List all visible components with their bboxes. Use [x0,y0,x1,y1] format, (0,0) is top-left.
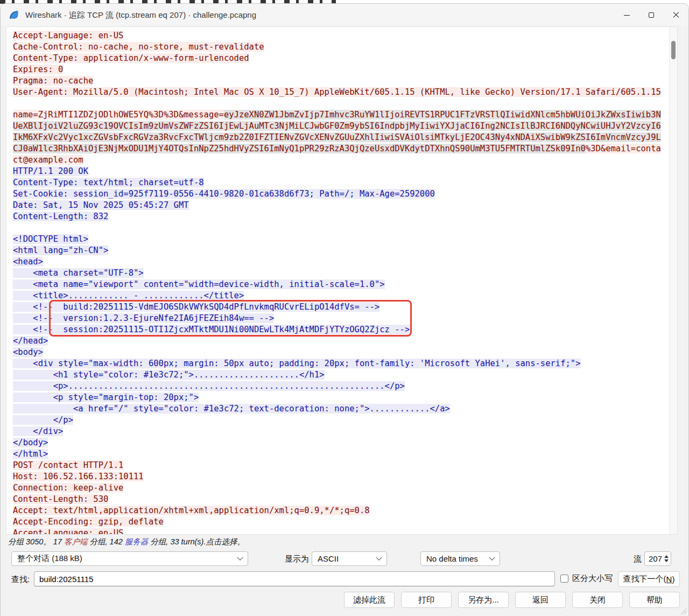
spinner-down-icon[interactable] [664,559,669,562]
stream-line: </head> [13,335,669,347]
stream-stats-hint[interactable]: 分组 3050。 17 客户端 分组, 142 服务器 分组, 33 turn(… [8,537,245,547]
stream-line: <!DOCTYPE html> [13,234,669,245]
stream-line: Accept-Language: en-US [13,528,669,534]
stream-number-value: 207 [645,554,662,563]
hint-mid: 分组, 142 [87,537,124,546]
find-input[interactable] [34,571,555,586]
minimize-icon [624,15,630,16]
hint-suffix: 分组, 33 turn(s).点击选择。 [148,537,245,546]
stream-line: POST /contact HTTP/1.1 [13,460,669,471]
stream-line: <title>............ - ............</titl… [13,290,669,302]
stream-line: <p>.....................................… [13,381,669,392]
stream-line: ct@example.com [13,155,669,166]
stream-line: Set-Cookie: session_id=925f7119-0556-441… [13,188,669,200]
save-as-button[interactable]: 另存为... [458,592,509,608]
hint-prefix: 分组 3050。 17 [8,537,64,546]
minimize-button[interactable] [614,4,639,26]
print-button[interactable]: 打印 [401,592,452,608]
stream-line: Host: 106.52.166.133:10111 [13,471,669,482]
delta-times-value: No delta times [426,554,478,563]
stream-scrollbar[interactable] [669,27,677,534]
stream-line: <a href="/" style="color: #1e3c72; text-… [13,403,669,415]
stream-line: <!-- version:1.2.3-EjureNfe2IA6jFEZEih84… [13,313,669,324]
stream-line: <!-- build:20251115-VdmEJO6SDkVWYkSQD4dP… [13,302,669,313]
maximize-icon [649,12,654,18]
stream-line: Content-Length: 530 [13,494,669,505]
title-bar: Wireshark · 追踪 TCP 流 (tcp.stream eq 207)… [1,4,688,26]
stream-line: Accept-Encoding: gzip, deflate [13,516,669,528]
stream-label: 流 [634,554,642,564]
close-dialog-button[interactable]: 关闭 [572,592,623,608]
stream-line: Content-Type: application/x-www-form-url… [13,53,669,64]
stream-line: Expires: 0 [13,64,669,75]
wireshark-follow-stream-window: Wireshark · 追踪 TCP 流 (tcp.stream eq 207)… [0,3,689,616]
spinner-up-icon[interactable] [664,555,669,558]
stream-line: </div> [13,426,669,437]
conversation-value: 整个对话 (188 kB) [17,554,82,564]
filter-out-stream-button[interactable]: 滤掉此流 [344,592,395,608]
show-as-value: ASCII [318,554,339,563]
show-as-label: 显示为 [285,554,309,564]
find-next-button[interactable]: 查找下一个(N) [618,571,680,587]
stream-number-spinner[interactable]: 207 [644,551,671,566]
resize-grip[interactable] [680,608,687,614]
delta-times-select[interactable]: No delta times [420,551,500,566]
chevron-down-icon [237,554,243,560]
hint-server-label: 服务器 [125,537,149,546]
stream-line: UeXBlIjoiV2luZG93c19OVCIsIm9zUmVsZWFzZSI… [13,121,669,132]
window-title: Wireshark · 追踪 TCP 流 (tcp.stream eq 207)… [25,10,256,20]
stream-content: Accept-Language: en-USCache-Control: no-… [6,27,669,534]
maximize-button[interactable] [639,4,664,26]
stream-line: Content-Length: 832 [13,211,669,222]
stream-line [13,98,669,109]
stream-view[interactable]: Accept-Language: en-USCache-Control: no-… [6,26,678,535]
stream-line: Content-Type: text/html; charset=utf-8 [13,177,669,188]
find-next-text: 查找下一个( [623,574,666,584]
stream-line: <body> [13,347,669,358]
stream-line: <p style="margin-top: 20px;"> [13,392,669,403]
conversation-select[interactable]: 整个对话 (188 kB) [11,551,248,566]
stream-line: User-Agent: Mozilla/5.0 (Macintosh; Inte… [13,87,669,98]
scrollbar-thumb[interactable] [671,41,676,59]
close-icon [673,12,679,18]
case-sensitive-checkbox[interactable] [560,575,568,583]
case-sensitive-label: 区分大小写 [572,573,613,584]
stream-line: name=ZjRiMTI1ZDZjODlhOWE5YQ%3D%3D&messag… [13,109,669,121]
stream-line: <div style="max-width: 600px; margin: 50… [13,358,669,369]
show-as-select[interactable]: ASCII [312,551,387,566]
stream-line: Connection: keep-alive [13,482,669,494]
stream-line [13,222,669,234]
stream-line: IkM6XFxVc2Vyc1xcZGVsbFxcRGVza3RvcFxcTWlj… [13,132,669,143]
stream-line: CJ0aW1lc3RhbXAiOjE3NjMxODU1MjY4OTQsInNpZ… [13,143,669,155]
stream-line: HTTP/1.1 200 OK [13,166,669,177]
stream-line: Accept-Language: en-US [13,30,669,41]
stream-line: Cache-Control: no-cache, no-store, must-… [13,41,669,53]
chevron-down-icon [376,554,382,560]
find-label: 查找: [11,575,30,585]
help-button[interactable]: 帮助 [629,592,680,608]
find-next-accel: N [666,575,672,584]
stream-line: <h1 style="color: #1e3c72;">............… [13,369,669,381]
stream-line: </html> [13,449,669,460]
stream-line: <html lang="zh-CN"> [13,245,669,256]
stream-line: <!-- session:20251115-OTI1ZjcxMTktMDU1Ni… [13,324,669,335]
back-button[interactable]: 返回 [515,592,566,608]
stream-line: Date: Sat, 15 Nov 2025 05:45:27 GMT [13,200,669,211]
wireshark-logo-icon [8,9,20,21]
stream-line: </body> [13,437,669,449]
stream-line: <meta charset="UTF-8"> [13,268,669,279]
stream-line: Pragma: no-cache [13,75,669,87]
hint-client-label: 客户端 [64,537,88,546]
stream-line: <meta name="viewport" content="width=dev… [13,279,669,290]
case-sensitive-option[interactable]: 区分大小写 [560,573,613,584]
find-next-text-end: ) [672,575,674,584]
stream-line: </p> [13,415,669,426]
close-button[interactable] [664,4,688,26]
stream-line: <head> [13,256,669,268]
chevron-down-icon [489,554,495,560]
stream-line: Accept: text/html,application/xhtml+xml,… [13,505,669,516]
